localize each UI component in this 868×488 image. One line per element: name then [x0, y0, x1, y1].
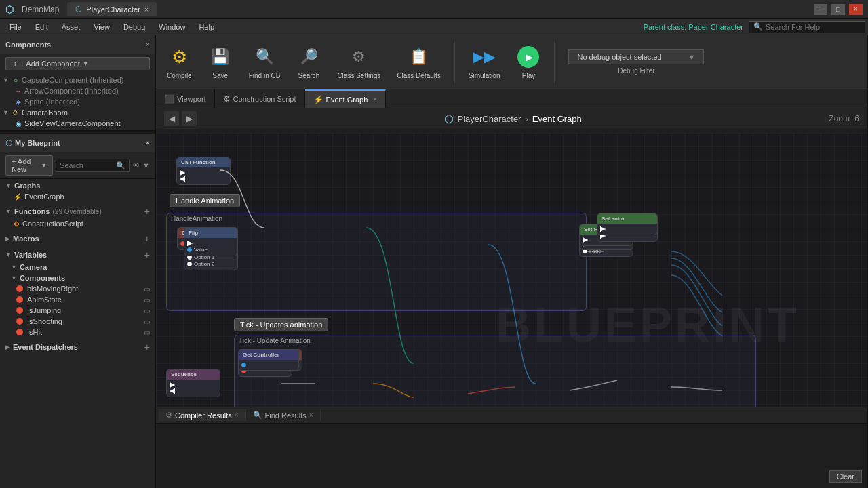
components-close-button[interactable]: ×	[145, 40, 150, 49]
canvas-grid[interactable]: BLUEPRINT Handle Animation HandleAnimati…	[156, 133, 867, 407]
bottom-tab-bar: ⚙ Compiler Results × 🔍 Find Results ×	[156, 407, 867, 424]
tree-item-arrow[interactable]: → ArrowComponent (Inherited)	[0, 85, 155, 96]
graphs-arrow: ▼	[5, 182, 12, 189]
var-dot	[16, 296, 23, 303]
macros-label: Macros	[13, 235, 39, 243]
tab-event-graph-label: Event Graph	[326, 96, 368, 104]
tick-group-title: Tick - Update Animation	[235, 336, 755, 346]
bp-top-node-2[interactable]: Call Function	[176, 157, 231, 185]
menu-help[interactable]: Help	[192, 22, 221, 33]
tree-item-capsule[interactable]: ▼ ○ CapsuleComponent (Inherited)	[0, 75, 155, 85]
search-input[interactable]	[766, 23, 861, 31]
bottom-panels: ⚙ Compiler Results × 🔍 Find Results × Cl…	[156, 407, 867, 488]
macros-add-button[interactable]: +	[144, 233, 150, 244]
search-button[interactable]: 🔎 Search	[291, 42, 326, 82]
functions-add-button[interactable]: +	[144, 206, 150, 217]
bp-event-graph-item[interactable]: ⚡ EventGraph	[0, 191, 155, 202]
bp-icon: ⬡	[5, 138, 12, 148]
find-in-cb-button[interactable]: 🔍 Find in CB	[243, 42, 286, 82]
nav-back-button[interactable]: ◀	[164, 111, 179, 126]
var-isshooting[interactable]: IsShooting ▭	[0, 316, 155, 327]
event-graph-tab-close[interactable]: ×	[373, 96, 377, 103]
pin-dot	[187, 247, 192, 252]
graphs-section-header[interactable]: ▼ Graphs	[0, 180, 155, 191]
play-button[interactable]: ▶ Play	[511, 42, 546, 82]
minimize-button[interactable]: ─	[814, 4, 827, 15]
tree-item-cameraboom[interactable]: ▼ ⟳ CameraBoom	[0, 107, 155, 118]
debug-dropdown[interactable]: No debug object selected ▼	[568, 49, 704, 64]
components-group-header[interactable]: ▼ Components	[0, 272, 155, 283]
breadcrumb-root[interactable]: PlayerCharacter	[458, 114, 521, 124]
macros-section-header[interactable]: ▶ Macros +	[0, 232, 155, 245]
tab-construction-script[interactable]: ⚙ Construction Script	[215, 89, 305, 108]
menu-file[interactable]: File	[3, 22, 28, 33]
bp-construction-script-item[interactable]: ⚙ ConstructionScript	[0, 218, 155, 229]
blueprint-section: ⬡ My Blueprint × + Add New ▼ 🔍 👁 ▼	[0, 134, 155, 488]
menu-asset[interactable]: Asset	[55, 22, 87, 33]
simulation-button[interactable]: ▶▶ Simulation	[463, 42, 506, 82]
functions-section-header[interactable]: ▼ Functions (29 Overridable) +	[0, 205, 155, 218]
var-dot	[16, 307, 23, 314]
pin	[170, 382, 217, 388]
camera-group-header[interactable]: ▼ Camera	[0, 262, 155, 272]
blueprint-close-button[interactable]: ×	[145, 138, 150, 148]
add-component-button[interactable]: + + Add Component ▼	[5, 57, 150, 70]
bp-tick-7[interactable]: Get Controller	[238, 349, 299, 371]
variables-section-header[interactable]: ▼ Variables +	[0, 248, 155, 262]
tab-viewport[interactable]: ⬛ Viewport	[156, 89, 215, 108]
event-dispatchers-add-button[interactable]: +	[144, 342, 150, 352]
menu-edit[interactable]: Edit	[28, 22, 55, 33]
class-settings-button[interactable]: ⚙ Class Settings	[332, 42, 386, 82]
tab-event-graph[interactable]: ⚡ Event Graph ×	[305, 89, 387, 108]
camera-arrow: ▼	[11, 264, 17, 270]
var-ishit[interactable]: IsHit ▭	[0, 327, 155, 338]
tree-item-sideviewcamera[interactable]: ◉ SideViewCameraComponent	[0, 118, 155, 129]
active-tab[interactable]: ⬡ PlayerCharacter ×	[67, 2, 157, 16]
play-icon: ▶	[516, 45, 540, 69]
find-results-tab[interactable]: 🔍 Find Results ×	[246, 409, 321, 421]
bp-left-node[interactable]: Sequence	[166, 369, 220, 397]
main-layout: Components × + + Add Component ▼ ▼ ○ Cap…	[0, 35, 868, 488]
toolbar-separator-2	[554, 42, 555, 83]
clear-button[interactable]: Clear	[829, 470, 862, 483]
tree-item-sprite[interactable]: ◈ Sprite (Inherited)	[0, 96, 155, 107]
bp-eye-button[interactable]: 👁	[132, 161, 140, 169]
compiler-results-close[interactable]: ×	[235, 411, 239, 419]
bp-search-bar[interactable]: 🔍	[56, 159, 130, 172]
var-animstate[interactable]: AnimState ▭	[0, 294, 155, 305]
search-bar[interactable]: 🔍	[749, 21, 865, 33]
bp-node-4[interactable]: Flip Value	[184, 227, 238, 256]
class-defaults-button[interactable]: 📋 Class Defaults	[391, 42, 446, 82]
var-isjumping[interactable]: IsJumping ▭	[0, 305, 155, 316]
bp-add-new-button[interactable]: + Add New ▼	[5, 155, 53, 176]
camera-group-label: Camera	[20, 263, 47, 271]
maximize-button[interactable]: □	[831, 4, 845, 15]
bp-filter-button[interactable]: ▼	[142, 161, 150, 169]
components-var-arrow: ▼	[11, 274, 17, 281]
compiler-results-tab[interactable]: ⚙ Compiler Results ×	[159, 409, 246, 421]
menu-debug[interactable]: Debug	[117, 22, 152, 33]
close-button[interactable]: ×	[849, 4, 863, 15]
find-results-close[interactable]: ×	[309, 411, 313, 419]
breadcrumb-icon: ⬡	[444, 113, 454, 125]
vars-add-button[interactable]: +	[144, 249, 150, 260]
nav-forward-button[interactable]: ▶	[182, 111, 197, 126]
canvas-area[interactable]: ◀ ▶ ⬡ PlayerCharacter › Event Graph Zoom…	[156, 108, 867, 407]
bp-node-far-4[interactable]: Set anim	[597, 213, 658, 235]
search-icon: 🔍	[116, 161, 125, 170]
pin-dot	[241, 363, 246, 367]
tree-label: CapsuleComponent (Inherited)	[22, 76, 123, 84]
sprite-icon: ◈	[14, 98, 23, 106]
save-button[interactable]: 💾 Save	[203, 42, 238, 82]
event-dispatchers-header[interactable]: ▶ Event Dispatchers +	[0, 340, 155, 354]
compile-button[interactable]: ⚙ Compile	[161, 42, 197, 82]
menu-window[interactable]: Window	[152, 22, 192, 33]
tab-close[interactable]: ×	[144, 5, 149, 14]
menu-view[interactable]: View	[87, 22, 117, 33]
menubar-right: Parent class: Paper Character 🔍	[644, 21, 865, 33]
var-bismoving[interactable]: bisMovingRight ▭	[0, 283, 155, 294]
bp-search-input[interactable]	[60, 161, 114, 169]
debug-placeholder: No debug object selected	[577, 53, 661, 61]
var-arr-icon: ▭	[144, 307, 150, 314]
breadcrumb-current: Event Graph	[532, 114, 582, 124]
